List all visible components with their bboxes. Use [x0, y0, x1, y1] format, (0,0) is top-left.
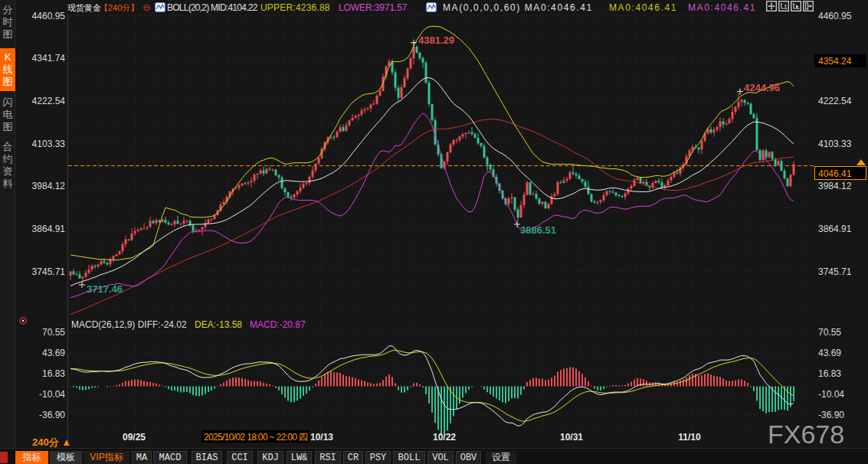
- svg-text:MACD(26,12,9) DIFF:-24.02: MACD(26,12,9) DIFF:-24.02: [71, 319, 187, 330]
- svg-text:-36.90: -36.90: [818, 410, 844, 420]
- svg-text:70.55: 70.55: [42, 327, 65, 338]
- svg-text:240分 ▲: 240分 ▲: [32, 436, 71, 448]
- svg-text:4354.24: 4354.24: [818, 56, 852, 67]
- svg-text:16.83: 16.83: [42, 368, 65, 379]
- svg-text:3745.71: 3745.71: [818, 266, 852, 277]
- svg-text:3984.12: 3984.12: [32, 181, 66, 191]
- svg-text:4103.33: 4103.33: [32, 139, 66, 149]
- svg-text:10/13: 10/13: [310, 432, 333, 443]
- svg-text:4222.54: 4222.54: [818, 96, 852, 106]
- svg-text:10/31: 10/31: [560, 432, 583, 443]
- svg-text:-36.90: -36.90: [39, 410, 65, 420]
- svg-text:10/22: 10/22: [433, 432, 456, 443]
- svg-text:43.69: 43.69: [42, 348, 65, 358]
- svg-text:3984.12: 3984.12: [818, 181, 852, 191]
- svg-text:-10.04: -10.04: [818, 389, 844, 400]
- svg-text:09/25: 09/25: [123, 432, 146, 443]
- svg-text:FX678: FX678: [768, 420, 844, 449]
- svg-text:3717.46: 3717.46: [87, 283, 123, 295]
- svg-text:11/10: 11/10: [678, 432, 701, 443]
- svg-text:3864.91: 3864.91: [32, 224, 66, 234]
- svg-text:MACD:-20.87: MACD:-20.87: [250, 319, 306, 330]
- svg-text:3864.91: 3864.91: [818, 224, 852, 234]
- svg-text:4381.29: 4381.29: [418, 34, 454, 46]
- svg-text:4222.54: 4222.54: [32, 96, 66, 106]
- svg-text:-10.04: -10.04: [39, 389, 65, 400]
- svg-text:4103.33: 4103.33: [818, 139, 852, 149]
- svg-text:4341.74: 4341.74: [32, 53, 66, 64]
- svg-text:43.69: 43.69: [818, 348, 841, 358]
- svg-text:DEA:-13.58: DEA:-13.58: [195, 319, 242, 330]
- svg-text:4046.41: 4046.41: [818, 168, 852, 179]
- svg-text:4244.96: 4244.96: [744, 82, 780, 93]
- svg-text:2025/10/02 18:00 ~ 22:00 四: 2025/10/02 18:00 ~ 22:00 四: [204, 432, 308, 443]
- svg-text:3745.71: 3745.71: [32, 266, 66, 277]
- svg-text:70.55: 70.55: [818, 327, 841, 338]
- svg-text:16.83: 16.83: [818, 368, 841, 379]
- svg-text:3886.51: 3886.51: [520, 224, 556, 236]
